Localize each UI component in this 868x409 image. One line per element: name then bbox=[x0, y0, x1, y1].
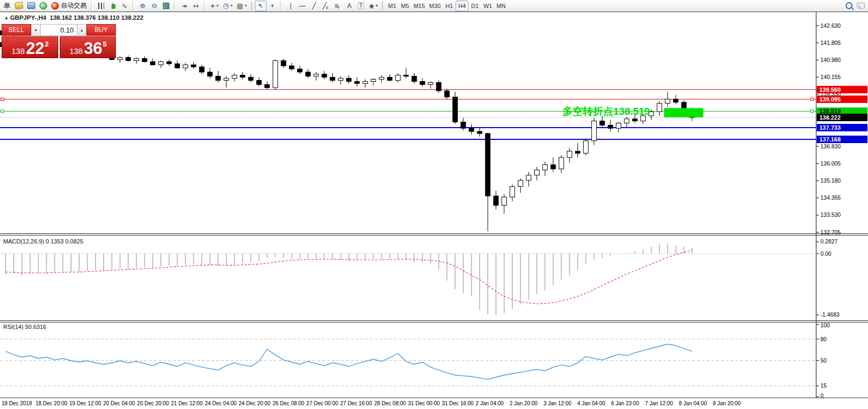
search-button[interactable] bbox=[843, 1, 855, 11]
toolbar-right-group bbox=[843, 1, 867, 11]
svg-text:132.705: 132.705 bbox=[820, 229, 841, 235]
chart-shift-button[interactable]: ↦ bbox=[190, 1, 202, 11]
ohlc-values: 138.162 138.376 138.110 138.222 bbox=[50, 14, 143, 21]
text-label-tool-button[interactable]: T bbox=[355, 1, 367, 11]
chat-button[interactable] bbox=[855, 1, 867, 11]
timeframe-m15-button[interactable]: M15 bbox=[411, 1, 427, 11]
horizontal-line-tool-button[interactable]: — bbox=[296, 1, 308, 11]
autotrading-button[interactable]: 自动交易 bbox=[49, 1, 89, 11]
chart-shift-icon: ↦ bbox=[193, 2, 199, 10]
svg-text:140.980: 140.980 bbox=[820, 57, 841, 63]
signals-icon bbox=[40, 2, 47, 10]
search-icon bbox=[846, 2, 853, 9]
toolbar-separator bbox=[251, 2, 253, 10]
signals-button[interactable] bbox=[37, 1, 49, 11]
cursor-tool-button[interactable]: ↖ bbox=[255, 1, 267, 11]
volume-decrease-button[interactable]: ▼ bbox=[31, 24, 41, 36]
svg-text:138.519: 138.519 bbox=[819, 108, 841, 114]
channel-tool-sub-letter: E bbox=[326, 6, 329, 10]
add-indicator-button[interactable]: +▾ bbox=[208, 1, 221, 11]
crosshair-tool-icon: + bbox=[270, 2, 274, 10]
order-history-icon bbox=[14, 2, 24, 10]
timeframe-mn-button[interactable]: MN bbox=[494, 1, 507, 11]
zoom-in-button[interactable]: ⊕ bbox=[137, 1, 148, 11]
timeframe-d1-button[interactable]: D1 bbox=[468, 1, 481, 11]
order-history-button[interactable] bbox=[13, 1, 25, 11]
svg-text:24 Dec 04:00: 24 Dec 04:00 bbox=[205, 400, 237, 406]
trendline-tool-button[interactable]: ╱ bbox=[308, 1, 320, 11]
svg-text:0.2827: 0.2827 bbox=[820, 238, 838, 245]
timeframe-h4-button[interactable]: H4 bbox=[456, 1, 468, 11]
svg-text:139.095: 139.095 bbox=[819, 96, 841, 103]
buy-price-main: 36 bbox=[84, 42, 102, 56]
sell-price-box[interactable]: 138 22 2 bbox=[2, 36, 58, 58]
volume-input[interactable]: 0.10 bbox=[41, 24, 77, 36]
tile-windows-icon bbox=[163, 3, 169, 9]
pivot-annotation-text[interactable]: 多空转折点138.519 bbox=[562, 105, 650, 119]
svg-text:4 Jan 04:00: 4 Jan 04:00 bbox=[577, 400, 606, 406]
buy-price-box[interactable]: 138 36 5 bbox=[60, 36, 116, 58]
timeframe-h1-button[interactable]: H1 bbox=[443, 1, 456, 11]
text-label-tool-icon: T bbox=[358, 2, 364, 9]
svg-text:137.168: 137.168 bbox=[819, 136, 841, 143]
svg-text:142.630: 142.630 bbox=[820, 22, 841, 29]
bar-chart-mode-button[interactable] bbox=[95, 1, 107, 11]
vertical-line-tool-button[interactable]: ∣ bbox=[285, 1, 296, 11]
fibonacci-tool-sub-letter: F bbox=[338, 6, 340, 10]
period-menu-button[interactable]: ◷▾ bbox=[221, 1, 234, 11]
volume-increase-button[interactable]: ▲ bbox=[77, 24, 87, 36]
text-tool-button[interactable]: A bbox=[343, 1, 355, 11]
svg-text:18 Dec 20:00: 18 Dec 20:00 bbox=[35, 400, 67, 406]
terminal-window: 单自动交易∿⊕⊖↠↦+▾◷▾▤▾↖+∣—╱╱E≡FAT◈▾M1M5M15M30H… bbox=[0, 0, 868, 409]
market-depth-button[interactable] bbox=[25, 1, 37, 11]
auto-scroll-button[interactable]: ↠ bbox=[178, 1, 190, 11]
timeframe-w1-button[interactable]: W1 bbox=[481, 1, 495, 11]
svg-text:27 Dec 00:00: 27 Dec 00:00 bbox=[307, 400, 339, 406]
svg-text:19 Dec 12:00: 19 Dec 12:00 bbox=[69, 400, 101, 406]
shapes-tool-dropdown-icon[interactable]: ▾ bbox=[376, 3, 378, 8]
crosshair-tool-button[interactable]: + bbox=[267, 1, 278, 11]
vertical-line-tool-icon: ∣ bbox=[289, 2, 292, 10]
candles bbox=[3, 34, 694, 232]
toolbar-separator bbox=[174, 2, 176, 10]
timeframe-m1-button[interactable]: M1 bbox=[386, 1, 398, 11]
add-indicator-dropdown-icon[interactable]: ▾ bbox=[216, 3, 218, 8]
svg-text:2 Jan 20:00: 2 Jan 20:00 bbox=[510, 400, 538, 406]
candle-chart-mode-button[interactable] bbox=[107, 1, 119, 11]
zoom-out-button[interactable]: ⊖ bbox=[148, 1, 160, 11]
svg-text:134.355: 134.355 bbox=[820, 194, 841, 201]
svg-text:7 Jan 12:00: 7 Jan 12:00 bbox=[645, 400, 674, 406]
zoom-out-icon: ⊖ bbox=[152, 2, 158, 10]
svg-text:136.005: 136.005 bbox=[820, 160, 841, 167]
buy-button[interactable]: BUY bbox=[87, 24, 116, 36]
toolbar-separator bbox=[280, 2, 283, 10]
timeframe-m5-button[interactable]: M5 bbox=[398, 1, 411, 11]
sell-price-prefix: 138 bbox=[11, 47, 25, 56]
sell-price-main: 22 bbox=[26, 42, 44, 56]
collapse-panel-icon[interactable]: ▲ bbox=[4, 15, 9, 20]
svg-text:0: 0 bbox=[820, 392, 824, 399]
timeframe-m30-button[interactable]: M30 bbox=[427, 1, 443, 11]
sell-button[interactable]: SELL bbox=[2, 24, 31, 36]
line-chart-mode-button[interactable]: ∿ bbox=[119, 1, 130, 11]
toolbar-separator bbox=[204, 2, 206, 10]
chart-canvas[interactable]: 142.630141.805140.980140.155139.330136.8… bbox=[0, 0, 868, 409]
new-order-icon: 单 bbox=[4, 1, 11, 11]
pane-frames bbox=[0, 12, 868, 398]
svg-text:50: 50 bbox=[820, 357, 827, 364]
chart-symbol-title: ▲GBPJPY-,H4 138.162 138.376 138.110 138.… bbox=[4, 14, 143, 21]
add-indicator-icon: + bbox=[210, 2, 215, 10]
template-menu-dropdown-icon[interactable]: ▾ bbox=[245, 3, 247, 8]
svg-text:3 Jan 12:00: 3 Jan 12:00 bbox=[543, 400, 572, 406]
fibonacci-tool-button[interactable]: ≡F bbox=[332, 1, 343, 11]
cursor-tool-icon: ↖ bbox=[258, 2, 263, 10]
shapes-tool-button[interactable]: ◈▾ bbox=[367, 1, 380, 11]
period-menu-dropdown-icon[interactable]: ▾ bbox=[231, 3, 233, 8]
symbol-period-label: GBPJPY-,H4 bbox=[10, 14, 46, 21]
new-order-button[interactable]: 单 bbox=[1, 1, 13, 11]
tile-windows-button[interactable] bbox=[160, 1, 172, 11]
highlight-box[interactable] bbox=[664, 108, 703, 117]
line-chart-mode-icon: ∿ bbox=[122, 2, 127, 10]
template-menu-button[interactable]: ▤▾ bbox=[235, 1, 249, 11]
channel-tool-button[interactable]: ╱E bbox=[320, 1, 332, 11]
